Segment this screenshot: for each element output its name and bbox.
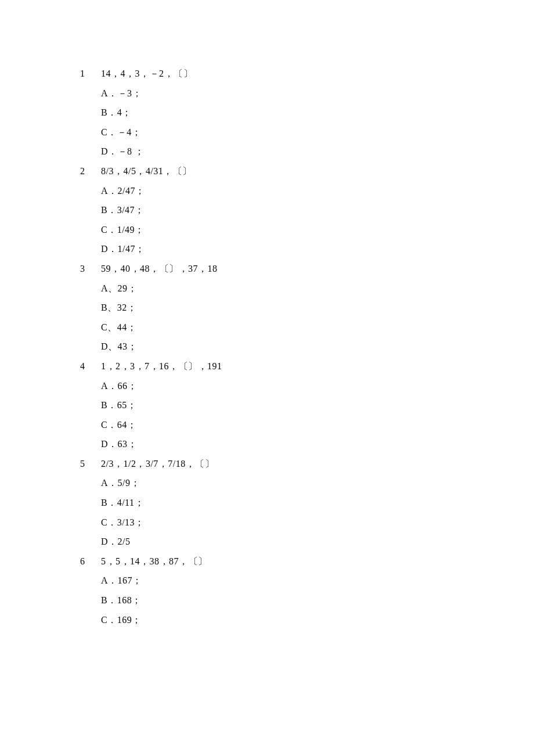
option-d: D．2/5: [101, 532, 534, 552]
question-stem: 5，5，14，38，87，〔〕: [101, 552, 208, 571]
option-d: D、43；: [101, 337, 534, 357]
question-number: 3: [80, 259, 101, 279]
option-c: C．－4；: [101, 123, 534, 142]
question-6: 6 5，5，14，38，87，〔〕 A．167； B．168； C．169；: [80, 552, 534, 629]
option-b: B、32；: [101, 298, 534, 318]
question-5: 5 2/3，1/2，3/7，7/18，〔〕 A．5/9； B．4/11； C．3…: [80, 454, 534, 552]
option-c: C．64；: [101, 415, 534, 435]
option-c: C、44；: [101, 318, 534, 337]
option-a: A、29；: [101, 279, 534, 298]
option-b: B．4；: [101, 103, 534, 123]
question-row: 6 5，5，14，38，87，〔〕: [80, 552, 534, 571]
question-4: 4 1，2，3，7，16，〔〕，191 A．66； B．65； C．64； D．…: [80, 357, 534, 454]
option-b: B．4/11；: [101, 493, 534, 513]
options: A．167； B．168； C．169；: [80, 571, 534, 629]
option-a: A．－3；: [101, 84, 534, 103]
question-stem: 14，4，3，－2，〔〕: [101, 64, 193, 84]
option-a: A．66；: [101, 376, 534, 396]
question-3: 3 59，40，48，〔〕，37，18 A、29； B、32； C、44； D、…: [80, 259, 534, 357]
page: 1 14，4，3，－2，〔〕 A．－3； B．4； C．－4； D．－8 ； 2…: [0, 0, 534, 756]
question-number: 4: [80, 357, 101, 376]
question-row: 3 59，40，48，〔〕，37，18: [80, 259, 534, 279]
option-c: C．169；: [101, 610, 534, 630]
option-b: B．3/47；: [101, 200, 534, 220]
option-a: A．167；: [101, 571, 534, 591]
option-c: C．3/13；: [101, 513, 534, 532]
question-1: 1 14，4，3，－2，〔〕 A．－3； B．4； C．－4； D．－8 ；: [80, 64, 534, 161]
options: A．2/47； B．3/47； C．1/49； D．1/47；: [80, 181, 534, 259]
options: A．5/9； B．4/11； C．3/13； D．2/5: [80, 473, 534, 551]
question-2: 2 8/3，4/5，4/31，〔〕 A．2/47； B．3/47； C．1/49…: [80, 161, 534, 259]
option-a: A．2/47；: [101, 181, 534, 201]
question-row: 2 8/3，4/5，4/31，〔〕: [80, 161, 534, 181]
options: A．66； B．65； C．64； D．63；: [80, 376, 534, 454]
question-stem: 2/3，1/2，3/7，7/18，〔〕: [101, 454, 214, 474]
question-number: 6: [80, 552, 101, 571]
options: A．－3； B．4； C．－4； D．－8 ；: [80, 84, 534, 161]
question-stem: 59，40，48，〔〕，37，18: [101, 259, 218, 279]
question-number: 1: [80, 64, 101, 84]
option-d: D．63；: [101, 434, 534, 454]
question-row: 1 14，4，3，－2，〔〕: [80, 64, 534, 84]
option-a: A．5/9；: [101, 473, 534, 493]
question-row: 4 1，2，3，7，16，〔〕，191: [80, 357, 534, 376]
question-stem: 1，2，3，7，16，〔〕，191: [101, 357, 222, 376]
option-d: D．1/47；: [101, 239, 534, 259]
option-c: C．1/49；: [101, 220, 534, 240]
option-d: D．－8 ；: [101, 142, 534, 161]
question-row: 5 2/3，1/2，3/7，7/18，〔〕: [80, 454, 534, 474]
question-number: 5: [80, 454, 101, 474]
option-b: B．65；: [101, 395, 534, 415]
options: A、29； B、32； C、44； D、43；: [80, 279, 534, 357]
question-number: 2: [80, 161, 101, 181]
option-b: B．168；: [101, 591, 534, 610]
question-stem: 8/3，4/5，4/31，〔〕: [101, 161, 192, 181]
